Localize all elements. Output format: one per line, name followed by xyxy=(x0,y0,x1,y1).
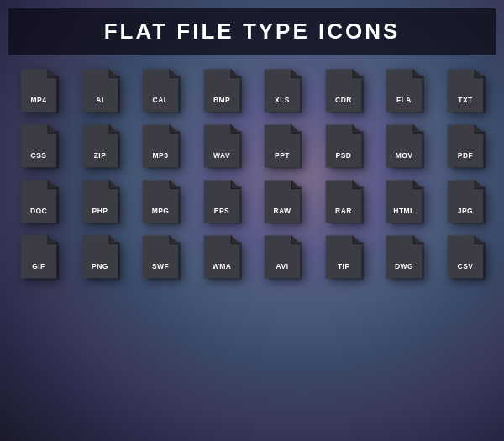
svg-text:ZIP: ZIP xyxy=(93,151,106,160)
background: FLAT FILE TYPE ICONS MP4 AI xyxy=(0,0,504,441)
icon-shape-zip: ZIP xyxy=(76,122,124,171)
svg-text:PDF: PDF xyxy=(458,151,473,160)
svg-marker-45 xyxy=(413,69,422,77)
file-icon-swf[interactable]: SWF xyxy=(134,233,188,281)
svg-text:CSV: CSV xyxy=(457,262,473,270)
file-icon-dwg[interactable]: DWG xyxy=(377,233,432,281)
file-icon-cdr[interactable]: CDR xyxy=(317,66,371,115)
svg-marker-199 xyxy=(291,235,300,244)
svg-text:BMP: BMP xyxy=(213,96,230,104)
svg-text:MP3: MP3 xyxy=(153,151,169,160)
icon-shape-pdf: PDF xyxy=(441,122,490,171)
svg-marker-87 xyxy=(291,124,300,133)
file-icon-tif[interactable]: TIF xyxy=(317,233,371,281)
svg-text:DWG: DWG xyxy=(395,262,413,270)
file-icon-wma[interactable]: WMA xyxy=(195,233,249,281)
file-icon-doc[interactable]: DOC xyxy=(12,177,66,226)
icon-shape-jpg: JPG xyxy=(441,177,490,226)
file-icon-ppt[interactable]: PPT xyxy=(255,122,310,171)
svg-text:PSD: PSD xyxy=(335,151,351,160)
icon-shape-csv: CSV xyxy=(441,233,490,281)
file-icon-cal[interactable]: CAL xyxy=(134,66,188,115)
svg-text:MP4: MP4 xyxy=(31,96,47,104)
svg-marker-59 xyxy=(48,124,56,133)
icon-shape-ai: AI xyxy=(76,66,124,115)
file-icon-gif[interactable]: GIF xyxy=(12,233,66,281)
icon-shape-css: CSS xyxy=(14,122,63,171)
svg-marker-136 xyxy=(231,180,239,188)
file-icon-mpg[interactable]: MPG xyxy=(134,177,188,226)
svg-marker-143 xyxy=(291,180,300,188)
icons-grid: MP4 AI CAL xyxy=(8,66,496,281)
svg-text:RAR: RAR xyxy=(335,207,352,215)
file-icon-raw[interactable]: RAW xyxy=(255,177,310,226)
file-icon-rar[interactable]: RAR xyxy=(317,177,371,226)
svg-marker-192 xyxy=(231,235,239,244)
svg-marker-31 xyxy=(291,69,300,77)
svg-text:TXT: TXT xyxy=(458,96,473,104)
svg-text:FLA: FLA xyxy=(396,96,412,104)
svg-marker-213 xyxy=(413,235,422,244)
svg-text:CDR: CDR xyxy=(335,96,352,104)
file-icon-bmp[interactable]: BMP xyxy=(195,66,249,115)
file-icon-fla[interactable]: FLA xyxy=(377,66,432,115)
file-icon-png[interactable]: PNG xyxy=(73,233,128,281)
svg-marker-80 xyxy=(231,124,239,133)
svg-marker-94 xyxy=(353,124,361,133)
icon-shape-mpg: MPG xyxy=(136,177,185,226)
svg-text:RAW: RAW xyxy=(274,207,292,215)
file-icon-eps[interactable]: EPS xyxy=(195,177,249,226)
icon-shape-tif: TIF xyxy=(319,233,368,281)
file-icon-php[interactable]: PHP xyxy=(73,177,128,226)
svg-marker-38 xyxy=(353,69,361,77)
file-icon-mp3[interactable]: MP3 xyxy=(134,122,188,171)
svg-text:AI: AI xyxy=(96,96,103,104)
svg-text:GIF: GIF xyxy=(33,262,45,270)
icon-shape-php: PHP xyxy=(76,177,124,226)
svg-text:XLS: XLS xyxy=(275,96,290,104)
icon-shape-doc: DOC xyxy=(14,177,63,226)
svg-marker-150 xyxy=(353,180,361,188)
icon-shape-dwg: DWG xyxy=(380,233,428,281)
icon-shape-rar: RAR xyxy=(319,177,368,226)
svg-text:PHP: PHP xyxy=(92,207,108,215)
svg-text:PPT: PPT xyxy=(275,151,290,160)
file-icon-pdf[interactable]: PDF xyxy=(438,122,493,171)
icon-shape-xls: XLS xyxy=(258,66,307,115)
svg-marker-24 xyxy=(231,69,239,77)
file-icon-css[interactable]: CSS xyxy=(12,122,66,171)
svg-marker-122 xyxy=(109,180,118,188)
file-icon-wav[interactable]: WAV xyxy=(195,122,249,171)
icon-shape-cdr: CDR xyxy=(319,66,368,115)
icon-shape-fla: FLA xyxy=(380,66,428,115)
svg-text:WMA: WMA xyxy=(212,262,231,270)
file-icon-psd[interactable]: PSD xyxy=(317,122,371,171)
icon-shape-bmp: BMP xyxy=(197,66,246,115)
svg-marker-115 xyxy=(48,180,56,188)
svg-text:EPS: EPS xyxy=(214,207,229,215)
svg-text:MOV: MOV xyxy=(396,151,413,160)
svg-text:PNG: PNG xyxy=(92,262,108,270)
file-icon-mov[interactable]: MOV xyxy=(377,122,432,171)
icon-shape-mp3: MP3 xyxy=(136,122,185,171)
file-icon-xls[interactable]: XLS xyxy=(255,66,310,115)
file-icon-mp4[interactable]: MP4 xyxy=(12,66,66,115)
svg-marker-206 xyxy=(353,235,361,244)
icon-shape-cal: CAL xyxy=(136,66,185,115)
svg-text:CAL: CAL xyxy=(153,96,169,104)
file-icon-txt[interactable]: TXT xyxy=(438,66,493,115)
icon-shape-avi: AVI xyxy=(258,233,307,281)
file-icon-jpg[interactable]: JPG xyxy=(438,177,493,226)
svg-text:WAV: WAV xyxy=(213,151,230,160)
svg-text:AVI: AVI xyxy=(276,262,289,270)
file-icon-zip[interactable]: ZIP xyxy=(73,122,128,171)
icon-shape-psd: PSD xyxy=(319,122,368,171)
svg-marker-73 xyxy=(170,124,178,133)
file-icon-html[interactable]: HTML xyxy=(377,177,432,226)
file-icon-ai[interactable]: AI xyxy=(73,66,128,115)
title-bar: FLAT FILE TYPE ICONS xyxy=(8,8,496,55)
svg-text:JPG: JPG xyxy=(458,207,473,215)
file-icon-avi[interactable]: AVI xyxy=(255,233,310,281)
file-icon-csv[interactable]: CSV xyxy=(438,233,493,281)
svg-text:SWF: SWF xyxy=(152,262,169,270)
